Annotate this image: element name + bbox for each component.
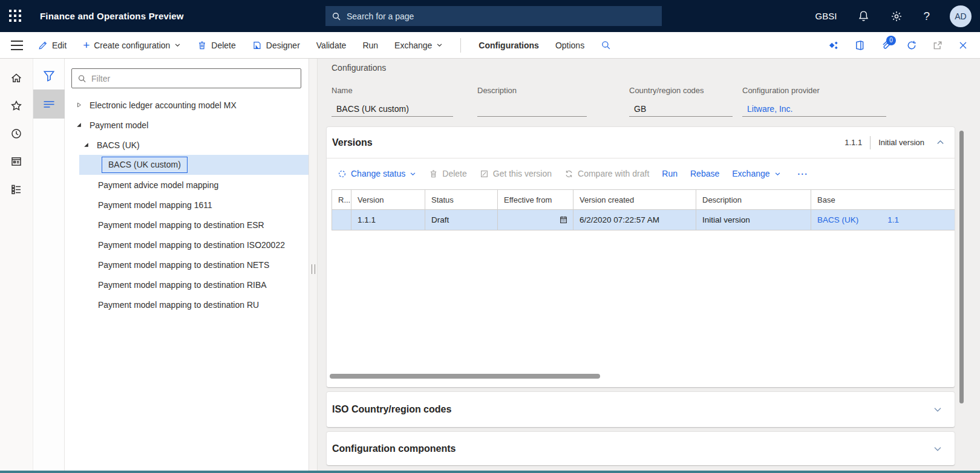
col-status[interactable]: Status [425, 189, 498, 210]
versions-panel: Versions 1.1.1 Initial version Change st… [327, 127, 955, 387]
search-icon [77, 74, 87, 83]
cell-effective-from[interactable] [498, 210, 573, 230]
home-button[interactable] [4, 64, 28, 92]
name-value[interactable]: BACS (UK custom) [332, 103, 453, 117]
change-status-button[interactable]: Change status [338, 169, 416, 178]
settings-button[interactable] [890, 10, 903, 23]
action-search-button[interactable] [601, 40, 611, 50]
cell-version-created[interactable]: 6/2/2020 07:22:57 AM [573, 210, 696, 230]
left-nav-rail [0, 59, 33, 471]
tree-view-button[interactable] [33, 90, 65, 119]
delete-version-button[interactable]: Delete [429, 169, 466, 178]
more-commands-button[interactable]: ⋯ [797, 168, 808, 180]
col-description[interactable]: Description [696, 189, 811, 210]
collapse-section-button[interactable] [936, 138, 945, 147]
recent-button[interactable] [4, 120, 28, 148]
clock-icon [10, 128, 22, 140]
tree-item-payment-model[interactable]: Payment model [65, 115, 309, 135]
country-region-codes-value[interactable]: GB [629, 103, 733, 117]
tree-filter-box[interactable] [71, 68, 301, 88]
tree-item-electronic-ledger[interactable]: Electronic ledger accounting model MX [65, 95, 309, 115]
validate-button[interactable]: Validate [316, 41, 347, 50]
configuration-provider-link[interactable]: Litware, Inc. [742, 103, 886, 117]
workspaces-button[interactable] [4, 148, 28, 175]
cell-record-mark[interactable] [332, 210, 351, 230]
base-configuration-link[interactable]: BACS (UK) [817, 215, 858, 224]
tree-item-mapping-destination-nets[interactable]: Payment model mapping to destination NET… [65, 255, 309, 275]
configuration-tree: Electronic ledger accounting model MX Pa… [65, 95, 309, 315]
expand-collapsed-icon[interactable] [74, 100, 83, 110]
favorites-button[interactable] [4, 92, 28, 120]
col-record-mark[interactable]: R... [332, 189, 351, 210]
tree-item-mapping-destination-esr[interactable]: Payment model mapping to destination ESR [65, 215, 309, 235]
designer-button[interactable]: Designer [252, 41, 300, 50]
tree-item-bacs-uk-custom[interactable]: BACS (UK custom) [79, 155, 309, 175]
vertical-scrollbar[interactable] [959, 131, 964, 403]
chevron-down-icon [174, 42, 181, 48]
designer-icon [252, 41, 262, 50]
top-navigation-bar: Finance and Operations Preview GBSI ? AD [0, 0, 980, 32]
horizontal-scrollbar[interactable] [330, 374, 600, 379]
topbar-right-cluster: GBSI ? AD [815, 0, 972, 32]
page-search-box[interactable] [325, 6, 662, 26]
col-base[interactable]: Base [811, 189, 955, 210]
delete-button[interactable]: Delete [197, 41, 235, 50]
cell-description[interactable]: Initial version [696, 210, 811, 230]
tree-filter-input[interactable] [91, 74, 295, 83]
refresh-button[interactable] [906, 40, 917, 51]
app-launcher-button[interactable] [0, 0, 30, 32]
create-configuration-button[interactable]: + Create configuration [83, 41, 181, 50]
close-icon [958, 41, 968, 50]
compare-with-draft-button[interactable]: Compare with draft [564, 169, 649, 178]
description-value[interactable] [477, 103, 587, 117]
modules-button[interactable] [4, 175, 28, 203]
col-version-created[interactable]: Version created [573, 189, 696, 210]
name-field: Name BACS (UK custom) [332, 86, 453, 117]
tree-item-mapping-destination-riba[interactable]: Payment model mapping to destination RIB… [65, 275, 309, 295]
action-bar-separator [460, 38, 461, 53]
configuration-components-section[interactable]: Configuration components [327, 432, 955, 465]
run-button[interactable]: Run [362, 41, 378, 50]
exchange-button[interactable]: Exchange [394, 41, 443, 50]
col-version[interactable]: Version [351, 189, 425, 210]
splitter-grip-icon[interactable] [312, 264, 315, 274]
expand-section-button[interactable] [933, 444, 942, 454]
get-this-version-button[interactable]: Get this version [480, 169, 552, 178]
expand-expanded-icon[interactable] [81, 140, 91, 150]
help-button[interactable]: ? [923, 10, 930, 23]
col-effective-from[interactable]: Effective from [498, 189, 573, 210]
calendar-icon[interactable] [559, 215, 568, 224]
insights-button[interactable] [828, 40, 839, 51]
tree-item-bacs-uk[interactable]: BACS (UK) [65, 135, 309, 155]
cell-base[interactable]: BACS (UK) 1.1 [811, 210, 955, 230]
tree-item-mapping-destination-ru[interactable]: Payment model mapping to destination RU [65, 295, 309, 315]
rebase-button[interactable]: Rebase [690, 169, 719, 178]
tree-item-mapping-destination-iso20022[interactable]: Payment model mapping to destination ISO… [65, 235, 309, 255]
cell-version[interactable]: 1.1.1 [351, 210, 425, 230]
nav-menu-button[interactable] [0, 32, 33, 59]
tab-configurations[interactable]: Configurations [479, 41, 539, 50]
attachments-button[interactable]: 0 [880, 40, 891, 51]
iso-country-region-codes-section[interactable]: ISO Country/region codes [327, 392, 955, 427]
cell-status[interactable]: Draft [425, 210, 498, 230]
page-search-input[interactable] [347, 11, 656, 21]
chevron-down-icon [774, 171, 781, 177]
expand-expanded-icon[interactable] [74, 120, 83, 130]
tree-item-payment-model-mapping-1611[interactable]: Payment model mapping 1611 [65, 195, 309, 215]
tab-options[interactable]: Options [555, 41, 584, 50]
notifications-button[interactable] [857, 10, 870, 23]
avatar[interactable]: AD [950, 5, 972, 27]
tree-item-payment-advice-model-mapping[interactable]: Payment advice model mapping [65, 175, 309, 195]
panel-splitter[interactable] [309, 59, 318, 471]
close-button[interactable] [958, 41, 968, 50]
run-version-button[interactable]: Run [662, 169, 678, 178]
edit-button[interactable]: Edit [38, 41, 67, 50]
open-in-new-window-button[interactable] [932, 40, 943, 51]
form-icon [10, 155, 22, 168]
version-row[interactable]: 1.1.1 Draft 6/2/2020 07:22:57 AM Initial… [332, 210, 955, 230]
expand-section-button[interactable] [933, 405, 942, 414]
company-picker[interactable]: GBSI [815, 11, 837, 21]
filter-tool-button[interactable] [33, 63, 65, 88]
exchange-version-button[interactable]: Exchange [732, 169, 780, 178]
office-button[interactable] [854, 40, 865, 51]
